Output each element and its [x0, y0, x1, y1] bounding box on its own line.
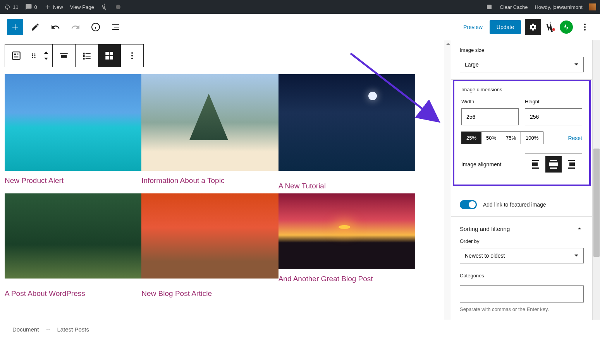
- post-item[interactable]: Information About a Topic: [141, 74, 278, 193]
- avatar: [589, 3, 596, 10]
- undo-button[interactable]: [47, 19, 64, 35]
- svg-point-15: [34, 55, 36, 56]
- svg-point-4: [552, 28, 555, 31]
- svg-rect-26: [86, 58, 91, 59]
- sidebar-scrollbar[interactable]: [592, 40, 600, 320]
- image-size-select[interactable]: Large: [460, 57, 584, 72]
- post-title-link[interactable]: New Blog Post Article: [141, 279, 278, 301]
- admin-bar: 11 0 New View Page Clear Cache Howdy, jo…: [0, 0, 600, 14]
- grid-view-button[interactable]: [98, 44, 120, 67]
- image-size-label: Image size: [460, 47, 584, 53]
- reset-button[interactable]: Reset: [568, 135, 582, 141]
- block-type-button[interactable]: [5, 44, 28, 67]
- yoast-sidebar-icon[interactable]: [545, 21, 556, 33]
- svg-rect-29: [105, 56, 109, 60]
- preview-link[interactable]: Preview: [460, 24, 486, 30]
- pct-25-button[interactable]: 25%: [462, 132, 481, 144]
- post-title-link[interactable]: Information About a Topic: [141, 171, 278, 188]
- drag-handle[interactable]: [28, 44, 40, 67]
- updates-indicator[interactable]: 11: [4, 3, 18, 10]
- svg-point-16: [32, 57, 33, 58]
- svg-rect-9: [14, 54, 16, 55]
- width-label: Width: [461, 99, 519, 104]
- percent-preset-group: 25% 50% 75% 100%: [461, 132, 543, 144]
- breadcrumb-separator: →: [45, 326, 51, 333]
- editor-scrollbar[interactable]: [444, 40, 451, 320]
- svg-rect-21: [83, 53, 84, 54]
- post-item[interactable]: New Product Alert: [5, 74, 141, 193]
- post-title-link[interactable]: New Product Alert: [5, 171, 141, 188]
- featured-link-toggle[interactable]: [460, 200, 477, 209]
- block-toolbar: [5, 44, 144, 67]
- post-title-link[interactable]: A Post About WordPress: [5, 279, 141, 301]
- breadcrumb-root[interactable]: Document: [12, 326, 39, 333]
- svg-rect-19: [61, 55, 67, 58]
- yoast-admin-icon[interactable]: [101, 3, 109, 11]
- update-button[interactable]: Update: [490, 20, 521, 34]
- chevron-up-icon: [575, 224, 584, 233]
- post-title-link[interactable]: A New Tutorial: [279, 171, 415, 193]
- featured-image: [141, 193, 278, 279]
- settings-sidebar: Image size Large Image dimensions Width …: [451, 40, 592, 320]
- add-block-button[interactable]: [7, 19, 23, 35]
- editor-canvas[interactable]: New Product Alert Information About a To…: [0, 40, 444, 320]
- featured-image: [5, 74, 141, 171]
- pct-75-button[interactable]: 75%: [501, 132, 521, 144]
- latest-posts-block[interactable]: New Product Alert Information About a To…: [5, 74, 415, 301]
- svg-point-12: [32, 53, 33, 55]
- svg-rect-22: [86, 53, 91, 54]
- svg-rect-27: [105, 52, 109, 55]
- order-by-select[interactable]: Newest to oldest: [460, 248, 584, 263]
- height-input[interactable]: [525, 108, 582, 125]
- svg-rect-25: [83, 58, 84, 59]
- pct-50-button[interactable]: 50%: [481, 132, 501, 144]
- move-buttons[interactable]: [40, 44, 52, 67]
- align-left-button[interactable]: [528, 156, 544, 173]
- align-right-button[interactable]: [563, 156, 579, 173]
- align-center-button[interactable]: [545, 156, 562, 173]
- info-button[interactable]: [88, 19, 104, 35]
- height-label: Height: [525, 99, 582, 104]
- pct-100-button[interactable]: 100%: [521, 132, 543, 144]
- svg-point-32: [131, 55, 133, 56]
- svg-rect-30: [110, 56, 113, 60]
- howdy-user[interactable]: Howdy, joewarnimont: [535, 3, 596, 10]
- post-item[interactable]: A Post About WordPress: [5, 193, 141, 301]
- new-content-link[interactable]: New: [44, 3, 63, 10]
- svg-rect-8: [12, 52, 20, 60]
- clear-cache-link[interactable]: Clear Cache: [500, 4, 528, 10]
- jetpack-icon[interactable]: [560, 21, 573, 34]
- svg-point-13: [34, 53, 36, 55]
- categories-input[interactable]: [460, 285, 584, 302]
- breadcrumb-current[interactable]: Latest Posts: [57, 326, 89, 333]
- list-view-button[interactable]: [76, 44, 98, 67]
- comments-indicator[interactable]: 0: [25, 3, 37, 10]
- post-item[interactable]: New Blog Post Article: [141, 193, 278, 301]
- view-page-link[interactable]: View Page: [70, 4, 94, 10]
- post-item[interactable]: A New Tutorial: [279, 74, 415, 193]
- notification-icon[interactable]: [486, 3, 493, 10]
- featured-image: [279, 193, 415, 269]
- settings-button[interactable]: [525, 19, 541, 35]
- svg-rect-23: [83, 55, 84, 57]
- redo-button[interactable]: [67, 19, 84, 35]
- sort-filter-panel-header[interactable]: Sorting and filtering: [451, 217, 592, 238]
- status-dot-icon: [116, 5, 120, 9]
- edit-mode-button[interactable]: [27, 19, 43, 35]
- svg-rect-18: [60, 53, 68, 54]
- svg-point-14: [32, 55, 33, 56]
- featured-image: [141, 74, 278, 171]
- svg-point-31: [131, 52, 133, 54]
- svg-point-6: [584, 26, 586, 28]
- svg-rect-0: [487, 5, 492, 9]
- svg-point-5: [584, 24, 586, 25]
- outline-button[interactable]: [108, 19, 124, 35]
- more-options-button[interactable]: [577, 19, 593, 35]
- featured-image: [279, 74, 415, 171]
- width-input[interactable]: [461, 108, 519, 125]
- post-title-link[interactable]: And Another Great Blog Post: [279, 269, 415, 286]
- image-dimensions-label: Image dimensions: [461, 87, 582, 92]
- align-button[interactable]: [53, 44, 75, 67]
- post-item[interactable]: And Another Great Blog Post: [279, 193, 415, 301]
- block-more-button[interactable]: [121, 44, 143, 67]
